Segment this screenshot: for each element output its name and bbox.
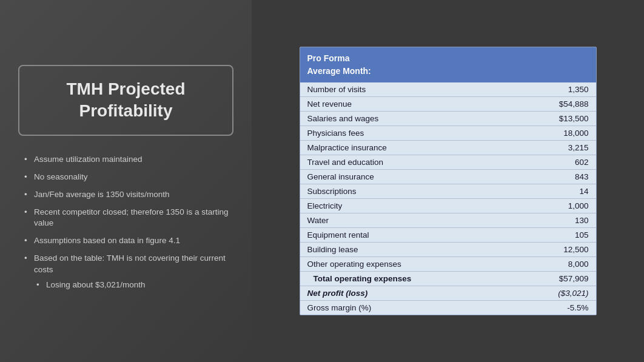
table-row: Water130 xyxy=(300,213,596,228)
table-row: Total operating expenses$57,909 xyxy=(300,272,596,286)
row-label: Net revenue xyxy=(300,97,515,112)
table-row: Number of visits1,350 xyxy=(300,82,596,97)
row-label: Net profit (loss) xyxy=(300,286,515,301)
table-row: Physicians fees18,000 xyxy=(300,126,596,141)
row-value: 843 xyxy=(514,170,595,184)
row-value: 130 xyxy=(514,213,595,228)
row-label: Water xyxy=(300,213,515,228)
row-label: Number of visits xyxy=(300,82,515,97)
table-row: Salaries and wages$13,500 xyxy=(300,112,596,126)
row-value: 14 xyxy=(514,184,595,199)
row-label: Subscriptions xyxy=(300,184,515,199)
pro-forma-table: Number of visits1,350Net revenue$54,888S… xyxy=(300,82,596,315)
header-line2: Average Month: xyxy=(307,66,371,76)
row-value: -5.5% xyxy=(514,301,595,315)
row-value: ($3,021) xyxy=(514,286,595,301)
row-value: 8,000 xyxy=(514,257,595,272)
table-row: Equipment rental105 xyxy=(300,228,596,243)
bullet-item: No seasonality xyxy=(24,172,233,183)
row-value: 3,215 xyxy=(514,141,595,155)
sub-bullet-item: Losing about $3,021/month xyxy=(34,280,233,291)
table-row: General insurance843 xyxy=(300,170,596,184)
row-value: 1,350 xyxy=(514,82,595,97)
pro-forma-table-container: Pro Forma Average Month: Number of visit… xyxy=(300,47,597,315)
table-row: Other operating expenses8,000 xyxy=(300,257,596,272)
row-label: Total operating expenses xyxy=(300,272,515,286)
row-label: Building lease xyxy=(300,243,515,257)
bullet-item: Jan/Feb average is 1350 visits/month xyxy=(24,189,233,201)
right-panel: Pro Forma Average Month: Number of visit… xyxy=(252,0,644,362)
bullet-item: Assume utilization maintained xyxy=(24,154,233,166)
row-value: $57,909 xyxy=(514,272,595,286)
table-row: Malpractice insurance3,215 xyxy=(300,141,596,155)
row-value: 105 xyxy=(514,228,595,243)
table-row: Building lease12,500 xyxy=(300,243,596,257)
row-value: 1,000 xyxy=(514,199,595,213)
bullet-item: Based on the table: TMH is not covering … xyxy=(24,253,233,291)
bullet-item: Assumptions based on data in figure 4.1 xyxy=(24,235,233,247)
header-line1: Pro Forma xyxy=(307,53,350,63)
table-row: Subscriptions14 xyxy=(300,184,596,199)
table-row: Gross margin (%)-5.5% xyxy=(300,301,596,315)
table-row: Electricity1,000 xyxy=(300,199,596,213)
table-row: Travel and education602 xyxy=(300,155,596,170)
row-label: Gross margin (%) xyxy=(300,301,515,315)
left-panel: TMH Projected Profitability Assume utili… xyxy=(0,0,252,362)
row-label: Travel and education xyxy=(300,155,515,170)
bullet-points-list: Assume utilization maintainedNo seasonal… xyxy=(18,154,233,297)
row-value: 12,500 xyxy=(514,243,595,257)
row-value: 602 xyxy=(514,155,595,170)
table-row: Net profit (loss)($3,021) xyxy=(300,286,596,301)
row-label: Malpractice insurance xyxy=(300,141,515,155)
row-label: Equipment rental xyxy=(300,228,515,243)
title-box: TMH Projected Profitability xyxy=(18,65,233,136)
row-label: Physicians fees xyxy=(300,126,515,141)
table-header: Pro Forma Average Month: xyxy=(300,47,596,82)
row-label: Other operating expenses xyxy=(300,257,515,272)
table-row: Net revenue$54,888 xyxy=(300,97,596,112)
row-label: Electricity xyxy=(300,199,515,213)
row-value: 18,000 xyxy=(514,126,595,141)
row-label: General insurance xyxy=(300,170,515,184)
row-value: $54,888 xyxy=(514,97,595,112)
row-label: Salaries and wages xyxy=(300,112,515,126)
row-value: $13,500 xyxy=(514,112,595,126)
bullet-item: Recent competitor closed; therefore 1350… xyxy=(24,207,233,230)
slide-title: TMH Projected Profitability xyxy=(44,78,208,122)
